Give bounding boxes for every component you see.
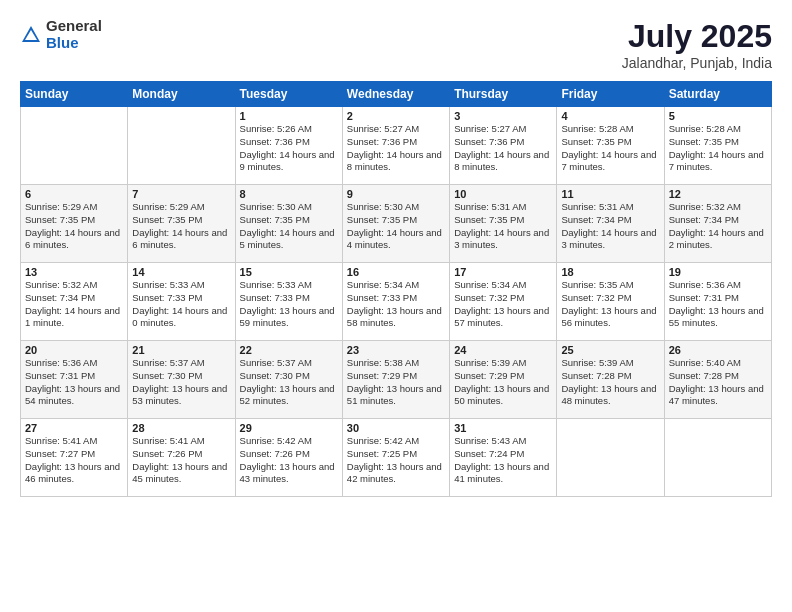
day-cell: 27Sunrise: 5:41 AM Sunset: 7:27 PM Dayli… — [21, 419, 128, 497]
day-cell: 1Sunrise: 5:26 AM Sunset: 7:36 PM Daylig… — [235, 107, 342, 185]
day-info: Sunrise: 5:41 AM Sunset: 7:27 PM Dayligh… — [25, 435, 123, 486]
day-info: Sunrise: 5:28 AM Sunset: 7:35 PM Dayligh… — [561, 123, 659, 174]
day-number: 17 — [454, 266, 552, 278]
week-row-5: 27Sunrise: 5:41 AM Sunset: 7:27 PM Dayli… — [21, 419, 772, 497]
day-info: Sunrise: 5:42 AM Sunset: 7:25 PM Dayligh… — [347, 435, 445, 486]
day-number: 30 — [347, 422, 445, 434]
day-number: 6 — [25, 188, 123, 200]
day-info: Sunrise: 5:31 AM Sunset: 7:34 PM Dayligh… — [561, 201, 659, 252]
day-number: 21 — [132, 344, 230, 356]
day-cell: 3Sunrise: 5:27 AM Sunset: 7:36 PM Daylig… — [450, 107, 557, 185]
day-info: Sunrise: 5:39 AM Sunset: 7:29 PM Dayligh… — [454, 357, 552, 408]
calendar-table: SundayMondayTuesdayWednesdayThursdayFrid… — [20, 81, 772, 497]
day-number: 16 — [347, 266, 445, 278]
day-cell: 26Sunrise: 5:40 AM Sunset: 7:28 PM Dayli… — [664, 341, 771, 419]
day-info: Sunrise: 5:28 AM Sunset: 7:35 PM Dayligh… — [669, 123, 767, 174]
day-cell: 28Sunrise: 5:41 AM Sunset: 7:26 PM Dayli… — [128, 419, 235, 497]
main-title: July 2025 — [622, 18, 772, 55]
day-info: Sunrise: 5:30 AM Sunset: 7:35 PM Dayligh… — [240, 201, 338, 252]
day-info: Sunrise: 5:27 AM Sunset: 7:36 PM Dayligh… — [347, 123, 445, 174]
day-cell: 2Sunrise: 5:27 AM Sunset: 7:36 PM Daylig… — [342, 107, 449, 185]
header-row: SundayMondayTuesdayWednesdayThursdayFrid… — [21, 82, 772, 107]
header-cell-friday: Friday — [557, 82, 664, 107]
day-info: Sunrise: 5:33 AM Sunset: 7:33 PM Dayligh… — [240, 279, 338, 330]
day-number: 9 — [347, 188, 445, 200]
day-cell: 7Sunrise: 5:29 AM Sunset: 7:35 PM Daylig… — [128, 185, 235, 263]
day-info: Sunrise: 5:32 AM Sunset: 7:34 PM Dayligh… — [669, 201, 767, 252]
day-number: 12 — [669, 188, 767, 200]
day-cell: 18Sunrise: 5:35 AM Sunset: 7:32 PM Dayli… — [557, 263, 664, 341]
day-number: 3 — [454, 110, 552, 122]
day-number: 5 — [669, 110, 767, 122]
day-number: 18 — [561, 266, 659, 278]
calendar-body: 1Sunrise: 5:26 AM Sunset: 7:36 PM Daylig… — [21, 107, 772, 497]
day-number: 10 — [454, 188, 552, 200]
day-cell: 25Sunrise: 5:39 AM Sunset: 7:28 PM Dayli… — [557, 341, 664, 419]
header-cell-saturday: Saturday — [664, 82, 771, 107]
header-cell-monday: Monday — [128, 82, 235, 107]
day-number: 19 — [669, 266, 767, 278]
day-number: 7 — [132, 188, 230, 200]
day-cell: 9Sunrise: 5:30 AM Sunset: 7:35 PM Daylig… — [342, 185, 449, 263]
day-info: Sunrise: 5:35 AM Sunset: 7:32 PM Dayligh… — [561, 279, 659, 330]
logo-blue: Blue — [46, 35, 102, 52]
day-cell: 12Sunrise: 5:32 AM Sunset: 7:34 PM Dayli… — [664, 185, 771, 263]
week-row-2: 6Sunrise: 5:29 AM Sunset: 7:35 PM Daylig… — [21, 185, 772, 263]
day-info: Sunrise: 5:26 AM Sunset: 7:36 PM Dayligh… — [240, 123, 338, 174]
day-number: 25 — [561, 344, 659, 356]
day-info: Sunrise: 5:42 AM Sunset: 7:26 PM Dayligh… — [240, 435, 338, 486]
day-number: 4 — [561, 110, 659, 122]
day-number: 23 — [347, 344, 445, 356]
day-cell: 23Sunrise: 5:38 AM Sunset: 7:29 PM Dayli… — [342, 341, 449, 419]
calendar-header: SundayMondayTuesdayWednesdayThursdayFrid… — [21, 82, 772, 107]
day-cell: 10Sunrise: 5:31 AM Sunset: 7:35 PM Dayli… — [450, 185, 557, 263]
day-info: Sunrise: 5:33 AM Sunset: 7:33 PM Dayligh… — [132, 279, 230, 330]
logo-icon — [20, 24, 42, 46]
header: General Blue July 2025 Jalandhar, Punjab… — [20, 18, 772, 71]
day-info: Sunrise: 5:31 AM Sunset: 7:35 PM Dayligh… — [454, 201, 552, 252]
day-cell: 21Sunrise: 5:37 AM Sunset: 7:30 PM Dayli… — [128, 341, 235, 419]
title-block: July 2025 Jalandhar, Punjab, India — [622, 18, 772, 71]
day-cell: 13Sunrise: 5:32 AM Sunset: 7:34 PM Dayli… — [21, 263, 128, 341]
day-info: Sunrise: 5:27 AM Sunset: 7:36 PM Dayligh… — [454, 123, 552, 174]
day-number: 31 — [454, 422, 552, 434]
day-cell: 6Sunrise: 5:29 AM Sunset: 7:35 PM Daylig… — [21, 185, 128, 263]
header-cell-tuesday: Tuesday — [235, 82, 342, 107]
day-info: Sunrise: 5:36 AM Sunset: 7:31 PM Dayligh… — [25, 357, 123, 408]
day-cell — [128, 107, 235, 185]
day-info: Sunrise: 5:39 AM Sunset: 7:28 PM Dayligh… — [561, 357, 659, 408]
day-info: Sunrise: 5:41 AM Sunset: 7:26 PM Dayligh… — [132, 435, 230, 486]
day-info: Sunrise: 5:32 AM Sunset: 7:34 PM Dayligh… — [25, 279, 123, 330]
day-cell: 20Sunrise: 5:36 AM Sunset: 7:31 PM Dayli… — [21, 341, 128, 419]
day-number: 2 — [347, 110, 445, 122]
day-cell — [557, 419, 664, 497]
day-cell: 4Sunrise: 5:28 AM Sunset: 7:35 PM Daylig… — [557, 107, 664, 185]
day-info: Sunrise: 5:29 AM Sunset: 7:35 PM Dayligh… — [25, 201, 123, 252]
day-cell: 19Sunrise: 5:36 AM Sunset: 7:31 PM Dayli… — [664, 263, 771, 341]
day-cell: 11Sunrise: 5:31 AM Sunset: 7:34 PM Dayli… — [557, 185, 664, 263]
page: General Blue July 2025 Jalandhar, Punjab… — [0, 0, 792, 612]
day-info: Sunrise: 5:34 AM Sunset: 7:33 PM Dayligh… — [347, 279, 445, 330]
day-number: 26 — [669, 344, 767, 356]
day-info: Sunrise: 5:30 AM Sunset: 7:35 PM Dayligh… — [347, 201, 445, 252]
logo: General Blue — [20, 18, 102, 51]
day-cell: 29Sunrise: 5:42 AM Sunset: 7:26 PM Dayli… — [235, 419, 342, 497]
day-info: Sunrise: 5:37 AM Sunset: 7:30 PM Dayligh… — [240, 357, 338, 408]
day-info: Sunrise: 5:40 AM Sunset: 7:28 PM Dayligh… — [669, 357, 767, 408]
day-cell: 30Sunrise: 5:42 AM Sunset: 7:25 PM Dayli… — [342, 419, 449, 497]
day-info: Sunrise: 5:38 AM Sunset: 7:29 PM Dayligh… — [347, 357, 445, 408]
day-cell: 31Sunrise: 5:43 AM Sunset: 7:24 PM Dayli… — [450, 419, 557, 497]
logo-general: General — [46, 18, 102, 35]
day-number: 22 — [240, 344, 338, 356]
day-cell: 5Sunrise: 5:28 AM Sunset: 7:35 PM Daylig… — [664, 107, 771, 185]
day-cell: 8Sunrise: 5:30 AM Sunset: 7:35 PM Daylig… — [235, 185, 342, 263]
week-row-3: 13Sunrise: 5:32 AM Sunset: 7:34 PM Dayli… — [21, 263, 772, 341]
day-info: Sunrise: 5:43 AM Sunset: 7:24 PM Dayligh… — [454, 435, 552, 486]
header-cell-sunday: Sunday — [21, 82, 128, 107]
day-cell: 15Sunrise: 5:33 AM Sunset: 7:33 PM Dayli… — [235, 263, 342, 341]
day-number: 13 — [25, 266, 123, 278]
logo-text: General Blue — [46, 18, 102, 51]
day-cell: 24Sunrise: 5:39 AM Sunset: 7:29 PM Dayli… — [450, 341, 557, 419]
week-row-4: 20Sunrise: 5:36 AM Sunset: 7:31 PM Dayli… — [21, 341, 772, 419]
day-info: Sunrise: 5:36 AM Sunset: 7:31 PM Dayligh… — [669, 279, 767, 330]
